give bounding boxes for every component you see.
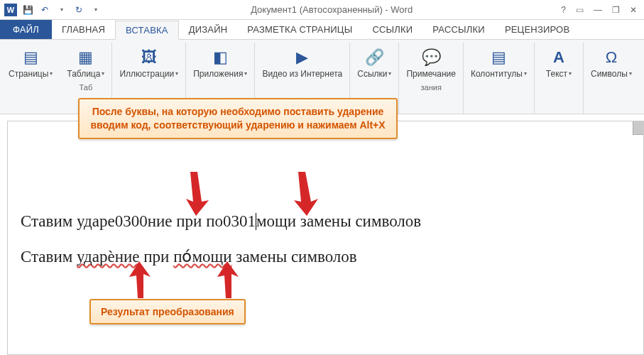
header-icon: ▤	[486, 45, 511, 70]
pages-icon: ▤	[18, 45, 43, 70]
group-headerfooter: ▤ Колонтитулы▾	[464, 43, 535, 114]
line1-part-a: Ставим ударе0300ние при по0301	[21, 212, 256, 230]
symbols-button[interactable]: Ω Символы▾	[588, 44, 635, 80]
qat-customize-icon[interactable]: ▾	[89, 4, 102, 16]
undo-icon[interactable]: ↶	[38, 4, 51, 16]
chevron-down-icon: ▾	[244, 71, 247, 77]
chevron-down-icon: ▾	[388, 71, 391, 77]
line2-e: замены символов	[232, 248, 357, 266]
window-controls: ? ▭ — ❐ ✕	[561, 5, 644, 15]
tab-file[interactable]: ФАЙЛ	[0, 20, 52, 39]
comment-label: Примечание	[406, 70, 455, 79]
links-label: Ссылки	[357, 70, 387, 79]
redo-icon[interactable]: ↻	[72, 4, 85, 16]
help-icon[interactable]: ?	[561, 5, 566, 15]
chevron-down-icon: ▾	[175, 71, 178, 77]
tab-layout[interactable]: РАЗМЕТКА СТРАНИЦЫ	[237, 20, 362, 39]
text-cursor	[256, 213, 256, 230]
video-button[interactable]: ▶ Видео из Интернета	[259, 44, 345, 80]
callout-bottom: Результат преобразования	[89, 299, 246, 324]
link-icon: 🔗	[362, 45, 386, 70]
textbox-icon: A	[547, 45, 571, 70]
comment-button[interactable]: 💬 Примечание	[403, 44, 458, 80]
tab-references[interactable]: ССЫЛКИ	[362, 20, 422, 39]
chevron-down-icon: ▾	[50, 71, 53, 77]
minimize-icon[interactable]: —	[594, 5, 602, 15]
tab-home[interactable]: ГЛАВНАЯ	[52, 20, 115, 39]
pages-button[interactable]: ▤ Страницы▾	[6, 44, 55, 80]
line2-a: Ставим	[21, 248, 77, 266]
video-icon: ▶	[290, 45, 315, 70]
table-label: Таблица	[67, 70, 100, 79]
word-icon: W	[4, 4, 17, 16]
close-icon[interactable]: ✕	[630, 5, 637, 15]
tab-review[interactable]: РЕЦЕНЗИРОВ	[495, 20, 579, 39]
tables-group-label: Таб	[80, 83, 93, 92]
ribbon-options-icon[interactable]: ▭	[576, 5, 584, 15]
tab-insert[interactable]: ВСТАВКА	[115, 21, 179, 40]
table-button[interactable]: ▦ Таблица▾	[64, 44, 107, 80]
group-pages: ▤ Страницы▾	[1, 43, 60, 114]
group-text: A Текст▾	[535, 43, 584, 114]
window-title: Документ1 (Автосохраненный) - Word	[102, 4, 561, 15]
chevron-down-icon: ▾	[102, 71, 104, 77]
illustrations-label: Иллюстрации	[119, 70, 174, 79]
headerfooter-label: Колонтитулы	[471, 70, 523, 79]
video-label: Видео из Интернета	[262, 70, 342, 79]
arrow-top-left	[176, 169, 219, 219]
apps-label: Приложения	[193, 70, 243, 79]
omega-icon: Ω	[599, 45, 623, 70]
maximize-icon[interactable]: ❐	[612, 5, 620, 15]
chevron-down-icon: ▾	[524, 71, 527, 77]
tab-mailings[interactable]: РАССЫЛКИ	[422, 20, 495, 39]
callout-top: После буквы, на которую необходимо поста…	[78, 98, 398, 139]
arrow-bottom-right	[210, 261, 246, 301]
tab-design[interactable]: ДИЗАЙН	[179, 20, 238, 39]
undo-dropdown-icon[interactable]: ▾	[55, 4, 68, 16]
group-symbols: Ω Символы▾	[584, 43, 639, 114]
group-comments: 💬 Примечание зания	[399, 43, 463, 114]
apps-icon: ◧	[208, 45, 232, 70]
symbols-label: Символы	[591, 70, 628, 79]
arrow-top-right	[281, 169, 324, 219]
headerfooter-button[interactable]: ▤ Колонтитулы▾	[468, 44, 530, 80]
links-button[interactable]: 🔗 Ссылки▾	[354, 44, 394, 80]
illustrations-button[interactable]: 🖼 Иллюстрации▾	[116, 44, 181, 80]
save-icon[interactable]: 💾	[21, 4, 34, 16]
chevron-down-icon: ▾	[629, 71, 632, 77]
chevron-down-icon: ▾	[569, 71, 572, 77]
quick-access-toolbar: W 💾 ↶ ▾ ↻ ▾	[0, 4, 102, 16]
table-icon: ▦	[74, 45, 98, 70]
title-bar: W 💾 ↶ ▾ ↻ ▾ Документ1 (Автосохраненный) …	[0, 0, 644, 20]
comment-icon: 💬	[419, 45, 443, 70]
comments-group-label: зания	[421, 83, 442, 92]
document-line-1[interactable]: Ставим ударе0300ние при по0301мощи замен…	[21, 212, 631, 231]
text-label: Текст	[546, 70, 567, 79]
apps-button[interactable]: ◧ Приложения▾	[190, 44, 250, 80]
ribbon-tabs: ФАЙЛ ГЛАВНАЯ ВСТАВКА ДИЗАЙН РАЗМЕТКА СТР…	[0, 20, 644, 40]
text-button[interactable]: A Текст▾	[539, 44, 579, 80]
document-line-2[interactable]: Ставим ударѐние при по́мощи замены симво…	[21, 247, 631, 266]
arrow-bottom-left	[122, 261, 158, 301]
pages-label: Страницы	[9, 70, 48, 79]
picture-icon: 🖼	[137, 45, 161, 70]
